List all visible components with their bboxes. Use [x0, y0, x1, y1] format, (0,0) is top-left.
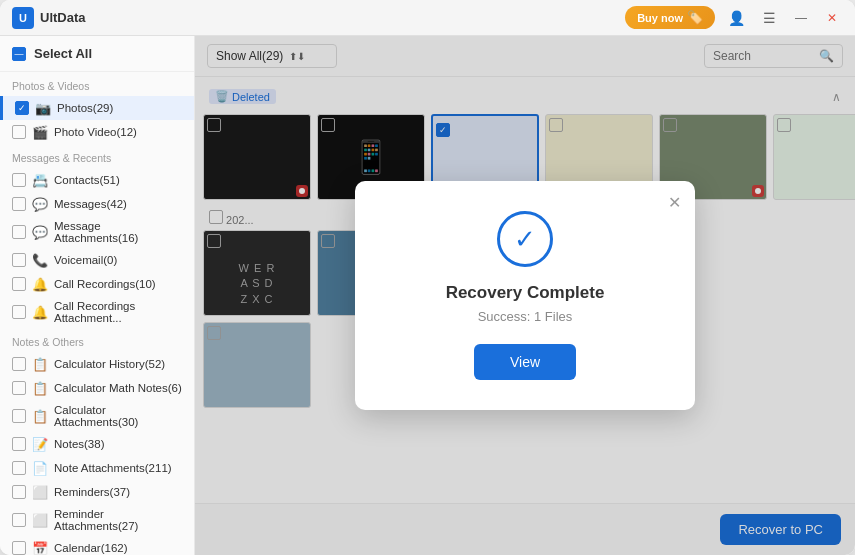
calc-attach-icon: 📋	[32, 408, 48, 424]
call-rec-attach-icon: 🔔	[32, 304, 48, 320]
call-rec-attach-label: Call Recordings Attachment...	[54, 300, 182, 324]
reminders-label: Reminders(37)	[54, 486, 182, 498]
sidebar-item-reminders[interactable]: ⬜ Reminders(37)	[0, 480, 194, 504]
voicemail-label: Voicemail(0)	[54, 254, 182, 266]
msg-attach-label: Message Attachments(16)	[54, 220, 182, 244]
contacts-label: Contacts(51)	[54, 174, 182, 186]
app-window: U UltData Buy now 🏷️ 👤 ☰ — ✕ — Select Al…	[0, 0, 855, 555]
calendar-label: Calendar(162)	[54, 542, 182, 554]
sidebar-item-calendar[interactable]: 📅 Calendar(162)	[0, 536, 194, 555]
photo-video-label: Photo Video(12)	[54, 126, 182, 138]
voicemail-icon: 📞	[32, 252, 48, 268]
calc-attach-checkbox[interactable]	[12, 409, 26, 423]
contacts-icon: 📇	[32, 172, 48, 188]
modal-subtitle: Success: 1 Files	[385, 309, 665, 324]
sidebar-item-photos[interactable]: ✓ 📷 Photos(29)	[0, 96, 194, 120]
select-all-checkbox[interactable]: —	[12, 47, 26, 61]
buy-icon: 🏷️	[687, 10, 703, 25]
sidebar-item-reminder-attach[interactable]: ⬜ Reminder Attachments(27)	[0, 504, 194, 536]
photos-icon: 📷	[35, 100, 51, 116]
modal-title: Recovery Complete	[385, 283, 665, 303]
calc-history-checkbox[interactable]	[12, 357, 26, 371]
sidebar-item-calc-history[interactable]: 📋 Calculator History(52)	[0, 352, 194, 376]
sidebar-item-messages[interactable]: 💬 Messages(42)	[0, 192, 194, 216]
calendar-checkbox[interactable]	[12, 541, 26, 555]
msg-attach-checkbox[interactable]	[12, 225, 26, 239]
messages-checkbox[interactable]	[12, 197, 26, 211]
notes-checkbox[interactable]	[12, 437, 26, 451]
note-attach-label: Note Attachments(211)	[54, 462, 182, 474]
reminder-attach-icon: ⬜	[32, 512, 48, 528]
select-all-row[interactable]: — Select All	[0, 36, 194, 72]
modal-view-button[interactable]: View	[474, 344, 576, 380]
sidebar-item-calc-math[interactable]: 📋 Calculator Math Notes(6)	[0, 376, 194, 400]
sidebar-item-photo-video[interactable]: 🎬 Photo Video(12)	[0, 120, 194, 144]
close-button[interactable]: ✕	[821, 9, 843, 27]
modal-close-button[interactable]: ✕	[668, 193, 681, 212]
reminder-attach-checkbox[interactable]	[12, 513, 26, 527]
voicemail-checkbox[interactable]	[12, 253, 26, 267]
notes-icon: 📝	[32, 436, 48, 452]
contacts-checkbox[interactable]	[12, 173, 26, 187]
app-title: UltData	[40, 10, 86, 25]
photo-video-icon: 🎬	[32, 124, 48, 140]
call-rec-checkbox[interactable]	[12, 277, 26, 291]
minimize-button[interactable]: —	[789, 9, 813, 27]
sidebar: — Select All Photos & Videos ✓ 📷 Photos(…	[0, 36, 195, 555]
photos-checkbox[interactable]: ✓	[15, 101, 29, 115]
app-logo-area: U UltData	[12, 7, 625, 29]
notes-label: Notes(38)	[54, 438, 182, 450]
sidebar-item-call-rec-attach[interactable]: 🔔 Call Recordings Attachment...	[0, 296, 194, 328]
modal-overlay: ✕ ✓ Recovery Complete Success: 1 Files V…	[195, 36, 855, 555]
section-header-messages: Messages & Recents	[0, 144, 194, 168]
titlebar-actions: Buy now 🏷️ 👤 ☰ — ✕	[625, 6, 843, 29]
calc-history-label: Calculator History(52)	[54, 358, 182, 370]
msg-attach-icon: 💬	[32, 224, 48, 240]
reminder-attach-label: Reminder Attachments(27)	[54, 508, 182, 532]
calc-math-label: Calculator Math Notes(6)	[54, 382, 182, 394]
section-header-photos: Photos & Videos	[0, 72, 194, 96]
note-attach-icon: 📄	[32, 460, 48, 476]
call-rec-icon: 🔔	[32, 276, 48, 292]
sidebar-item-call-recordings[interactable]: 🔔 Call Recordings(10)	[0, 272, 194, 296]
photos-label: Photos(29)	[57, 102, 182, 114]
calc-history-icon: 📋	[32, 356, 48, 372]
call-rec-attach-checkbox[interactable]	[12, 305, 26, 319]
recovery-complete-modal: ✕ ✓ Recovery Complete Success: 1 Files V…	[355, 181, 695, 410]
content-area: Show All(29) ⬆⬇ 🔍 🗑️ Deleted	[195, 36, 855, 555]
photo-video-checkbox[interactable]	[12, 125, 26, 139]
buy-now-button[interactable]: Buy now 🏷️	[625, 6, 715, 29]
sidebar-item-notes[interactable]: 📝 Notes(38)	[0, 432, 194, 456]
calc-math-icon: 📋	[32, 380, 48, 396]
app-logo-icon: U	[12, 7, 34, 29]
sidebar-item-voicemail[interactable]: 📞 Voicemail(0)	[0, 248, 194, 272]
sidebar-item-msg-attachments[interactable]: 💬 Message Attachments(16)	[0, 216, 194, 248]
call-rec-label: Call Recordings(10)	[54, 278, 182, 290]
reminders-checkbox[interactable]	[12, 485, 26, 499]
calc-attach-label: Calculator Attachments(30)	[54, 404, 182, 428]
note-attach-checkbox[interactable]	[12, 461, 26, 475]
menu-icon[interactable]: ☰	[758, 8, 781, 28]
reminders-icon: ⬜	[32, 484, 48, 500]
calc-math-checkbox[interactable]	[12, 381, 26, 395]
sidebar-item-calc-attach[interactable]: 📋 Calculator Attachments(30)	[0, 400, 194, 432]
sidebar-item-note-attach[interactable]: 📄 Note Attachments(211)	[0, 456, 194, 480]
main-layout: — Select All Photos & Videos ✓ 📷 Photos(…	[0, 36, 855, 555]
messages-label: Messages(42)	[54, 198, 182, 210]
sidebar-item-contacts[interactable]: 📇 Contacts(51)	[0, 168, 194, 192]
modal-success-icon: ✓	[497, 211, 553, 267]
section-header-notes: Notes & Others	[0, 328, 194, 352]
user-icon[interactable]: 👤	[723, 8, 750, 28]
titlebar: U UltData Buy now 🏷️ 👤 ☰ — ✕	[0, 0, 855, 36]
messages-icon: 💬	[32, 196, 48, 212]
select-all-label: Select All	[34, 46, 92, 61]
calendar-icon: 📅	[32, 540, 48, 555]
